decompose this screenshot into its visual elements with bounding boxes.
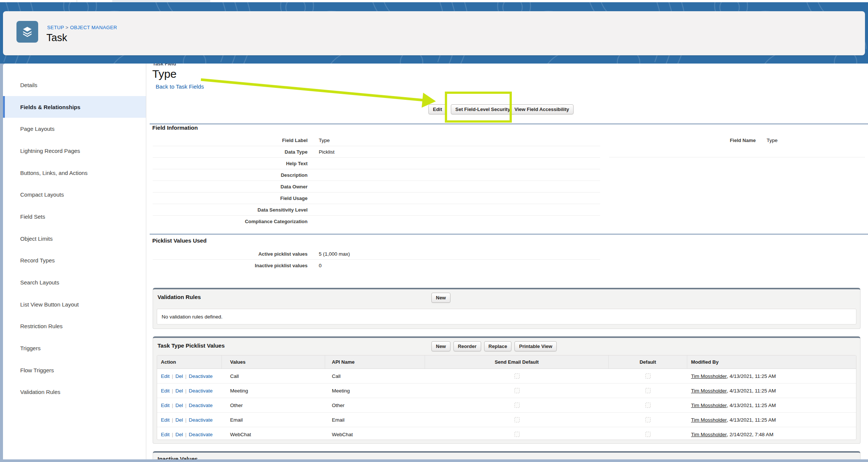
sidebar-item-record-types[interactable]: Record Types [3, 250, 146, 272]
link-separator: | [172, 417, 173, 423]
default-checkbox [645, 417, 651, 422]
set-field-level-security-button[interactable]: Set Field-Level Security [451, 104, 515, 114]
del-link[interactable]: Del [175, 373, 183, 379]
sidebar-item-search-layouts[interactable]: Search Layouts [3, 271, 146, 293]
modified-by-link[interactable]: Tim Mossholder [691, 403, 727, 408]
info-label: Inactive picklist values [153, 263, 308, 268]
deactivate-link[interactable]: Deactivate [189, 417, 213, 423]
default-checkbox [645, 388, 651, 393]
view-field-accessibility-button[interactable]: View Field Accessibility [510, 104, 574, 114]
validation-rules-new-button[interactable]: New [431, 293, 450, 303]
action-cell: Edit|Del|Deactivate [157, 427, 222, 441]
edit-link[interactable]: Edit [161, 417, 169, 423]
deactivate-link[interactable]: Deactivate [189, 373, 213, 379]
del-link[interactable]: Del [175, 417, 183, 423]
picklist-replace-button[interactable]: Replace [484, 341, 512, 351]
picklist-row-other: Edit|Del|DeactivateOtherOtherTim Mosshol… [157, 398, 856, 413]
sidebar-item-details[interactable]: Details [3, 74, 146, 96]
back-to-task-fields-link[interactable]: Back to Task Fields [156, 83, 204, 90]
edit-link[interactable]: Edit [161, 388, 169, 394]
sidebar-item-fields-and-relationships[interactable]: Fields & Relationships [3, 96, 146, 118]
edit-link[interactable]: Edit [161, 373, 169, 379]
info-value: Type [308, 138, 330, 143]
api-name-cell: Call [325, 369, 425, 383]
del-link[interactable]: Del [175, 388, 183, 394]
salesforce-setup-screen: SETUP > OBJECT MANAGER Task DetailsField… [0, 0, 868, 462]
modified-by-cell: Tim Mossholder, 4/13/2021, 11:25 AM [687, 413, 857, 427]
picklist-reorder-button[interactable]: Reorder [453, 341, 481, 351]
sidebar-item-lightning-record-pages[interactable]: Lightning Record Pages [3, 140, 146, 162]
default-checkbox [645, 432, 651, 437]
sidebar-item-field-sets[interactable]: Field Sets [3, 206, 146, 228]
picklist-new-button[interactable]: New [431, 341, 450, 351]
sidebar-item-page-layouts[interactable]: Page Layouts [3, 118, 146, 140]
edit-link[interactable]: Edit [161, 432, 169, 437]
link-separator: | [185, 403, 187, 408]
picklist-values-buttons: New Reorder Replace Printable View [431, 341, 557, 351]
default-checkbox [645, 373, 651, 379]
value-cell: Other [222, 398, 325, 412]
modified-by-link[interactable]: Tim Mossholder [691, 373, 727, 379]
link-separator: | [185, 388, 187, 394]
default-checkbox [645, 403, 651, 408]
modified-by-cell: Tim Mossholder, 2/14/2022, 7:48 AM [687, 427, 857, 441]
sidebar-item-object-limits[interactable]: Object Limits [3, 228, 146, 250]
column-header-send-email-default: Send Email Default [425, 355, 609, 369]
picklist-table-body: Edit|Del|DeactivateCallCallTim Mossholde… [157, 369, 856, 441]
modified-by-link[interactable]: Tim Mossholder [691, 432, 727, 437]
column-header-modified-by: Modified By [687, 355, 857, 369]
picklist-row-webchat: Edit|Del|DeactivateWebChatWebChatTim Mos… [157, 427, 856, 441]
send-email-default-checkbox [514, 432, 520, 437]
picklist-values-section: Task Type Picklist Values New Reorder Re… [153, 336, 861, 444]
link-separator: | [172, 388, 173, 394]
picklist-used-rows: Active picklist values5 (1,000 max)Inact… [153, 248, 600, 271]
deactivate-link[interactable]: Deactivate [189, 403, 213, 408]
api-name-cell: Meeting [325, 384, 425, 398]
info-value: 0 [308, 263, 322, 268]
annotation-arrow-line [201, 80, 424, 100]
picklist-table-box: ActionValuesAPI NameSend Email DefaultDe… [157, 355, 856, 440]
sidebar-item-flow-triggers[interactable]: Flow Triggers [3, 359, 146, 381]
setup-header-card: SETUP > OBJECT MANAGER Task [3, 11, 865, 55]
info-label: Data Sensitivity Level [153, 207, 308, 213]
default-cell [609, 427, 687, 441]
deactivate-link[interactable]: Deactivate [189, 388, 213, 394]
del-link[interactable]: Del [175, 432, 183, 437]
info-row-active-picklist-values: Active picklist values5 (1,000 max) [153, 248, 600, 260]
sidebar-item-buttons-links-and-actions[interactable]: Buttons, Links, and Actions [3, 162, 146, 184]
modified-by-link[interactable]: Tim Mossholder [691, 388, 727, 394]
field-name-row-border [609, 157, 865, 157]
send-email-default-checkbox [514, 417, 520, 422]
link-separator: | [172, 403, 173, 408]
action-cell: Edit|Del|Deactivate [157, 413, 222, 427]
entity-label: Task Field [153, 64, 176, 67]
default-cell [609, 413, 687, 427]
modified-date: , 2/14/2022, 7:48 AM [727, 432, 774, 437]
picklist-row-call: Edit|Del|DeactivateCallCallTim Mossholde… [157, 369, 856, 384]
modified-by-cell: Tim Mossholder, 4/13/2021, 11:25 AM [687, 369, 857, 383]
modified-by-link[interactable]: Tim Mossholder [691, 417, 727, 423]
breadcrumb-object-manager[interactable]: OBJECT MANAGER [70, 25, 117, 30]
sidebar-item-triggers[interactable]: Triggers [3, 337, 146, 359]
breadcrumb-setup[interactable]: SETUP [47, 25, 64, 30]
edit-button[interactable]: Edit [428, 104, 447, 114]
sidebar-item-compact-layouts[interactable]: Compact Layouts [3, 184, 146, 206]
field-name-value: Type [767, 135, 777, 146]
edit-link[interactable]: Edit [161, 403, 169, 408]
inactive-values-title: Inactive Values [158, 456, 198, 459]
field-information-title: Field Information [152, 124, 198, 131]
sidebar-item-list-view-button-layout[interactable]: List View Button Layout [3, 293, 146, 315]
del-link[interactable]: Del [175, 403, 183, 408]
column-header-api-name: API Name [325, 355, 425, 369]
validation-rules-empty-box: No validation rules defined. [157, 309, 856, 324]
sidebar-item-validation-rules[interactable]: Validation Rules [3, 381, 146, 403]
validation-rules-title: Validation Rules [158, 294, 201, 300]
picklist-printable-view-button[interactable]: Printable View [514, 341, 557, 351]
info-row-data-type: Data TypePicklist [153, 146, 600, 158]
sidebar-item-restriction-rules[interactable]: Restriction Rules [3, 315, 146, 338]
info-row-help-text: Help Text [153, 158, 600, 169]
api-name-cell: WebChat [325, 427, 425, 441]
api-name-cell: Other [325, 398, 425, 412]
deactivate-link[interactable]: Deactivate [189, 432, 213, 437]
modified-date: , 4/13/2021, 11:25 AM [727, 417, 776, 423]
